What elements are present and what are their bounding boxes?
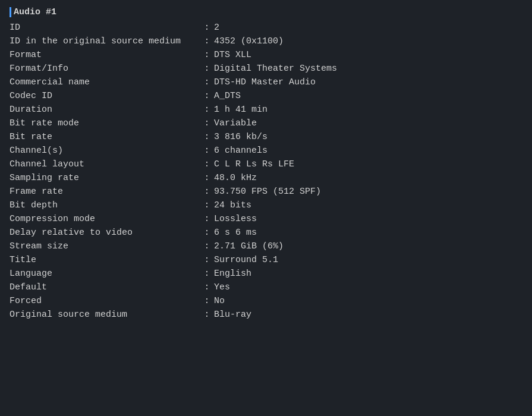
row-key: Original source medium [10,308,200,322]
row-colon: : [200,267,214,281]
table-row: Channel(s):6 channels [10,144,522,157]
row-key: Title [10,253,200,267]
row-value: C L R Ls Rs LFE [214,157,522,171]
audio-section: Audio #1 ID:2ID in the original source m… [10,7,522,322]
row-colon: : [200,130,214,144]
row-key: Duration [10,103,200,116]
row-colon: : [200,21,214,34]
row-value: 48.0 kHz [214,171,522,185]
table-row: Format:DTS XLL [10,48,522,62]
row-value: DTS-HD Master Audio [214,75,522,89]
row-value: Variable [214,116,522,130]
table-row: Codec ID:A_DTS [10,89,522,103]
row-colon: : [200,281,214,294]
row-value: A_DTS [214,89,522,103]
table-row: Stream size:2.71 GiB (6%) [10,239,522,253]
row-key: Forced [10,294,200,308]
row-key: Stream size [10,239,200,253]
row-colon: : [200,226,214,239]
table-row: Frame rate:93.750 FPS (512 SPF) [10,185,522,198]
row-key: Channel(s) [10,144,200,157]
row-key: Commercial name [10,75,200,89]
row-value: No [214,294,522,308]
row-key: Default [10,281,200,294]
section-title: Audio #1 [10,7,522,17]
row-colon: : [200,185,214,198]
table-row: Bit rate mode:Variable [10,116,522,130]
table-row: Title:Surround 5.1 [10,253,522,267]
row-key: Frame rate [10,185,200,198]
row-colon: : [200,253,214,267]
row-colon: : [200,198,214,212]
row-colon: : [200,212,214,226]
row-value: 6 channels [214,144,522,157]
table-row: Duration:1 h 41 min [10,103,522,116]
table-row: Delay relative to video:6 s 6 ms [10,226,522,239]
row-key: Delay relative to video [10,226,200,239]
row-key: Format [10,48,200,62]
row-colon: : [200,89,214,103]
row-colon: : [200,171,214,185]
row-colon: : [200,48,214,62]
table-row: Channel layout:C L R Ls Rs LFE [10,157,522,171]
row-value: Blu-ray [214,308,522,322]
table-row: ID in the original source medium:4352 (0… [10,34,522,48]
row-key: Sampling rate [10,171,200,185]
table-row: Compression mode:Lossless [10,212,522,226]
row-value: 1 h 41 min [214,103,522,116]
table-row: Format/Info:Digital Theater Systems [10,62,522,75]
table-row: ID:2 [10,21,522,34]
table-row: Original source medium:Blu-ray [10,308,522,322]
row-key: Format/Info [10,62,200,75]
row-value: Digital Theater Systems [214,62,522,75]
row-key: ID in the original source medium [10,34,200,48]
row-colon: : [200,157,214,171]
row-key: Bit rate [10,130,200,144]
info-table: ID:2ID in the original source medium:435… [10,21,522,322]
row-value: Lossless [214,212,522,226]
row-colon: : [200,75,214,89]
row-value: 2 [214,21,522,34]
table-row: Commercial name:DTS-HD Master Audio [10,75,522,89]
row-value: 93.750 FPS (512 SPF) [214,185,522,198]
row-key: Codec ID [10,89,200,103]
row-colon: : [200,294,214,308]
row-colon: : [200,116,214,130]
row-key: Bit rate mode [10,116,200,130]
table-row: Language:English [10,267,522,281]
row-value: Surround 5.1 [214,253,522,267]
row-value: 24 bits [214,198,522,212]
row-colon: : [200,34,214,48]
row-key: Bit depth [10,198,200,212]
table-row: Bit rate:3 816 kb/s [10,130,522,144]
table-row: Forced:No [10,294,522,308]
row-value: Yes [214,281,522,294]
row-value: 3 816 kb/s [214,130,522,144]
row-colon: : [200,103,214,116]
row-colon: : [200,239,214,253]
row-key: Compression mode [10,212,200,226]
row-value: 2.71 GiB (6%) [214,239,522,253]
table-row: Bit depth:24 bits [10,198,522,212]
row-value: English [214,267,522,281]
row-value: 4352 (0x1100) [214,34,522,48]
row-colon: : [200,308,214,322]
row-colon: : [200,62,214,75]
row-value: DTS XLL [214,48,522,62]
table-row: Sampling rate:48.0 kHz [10,171,522,185]
table-row: Default:Yes [10,281,522,294]
row-key: Channel layout [10,157,200,171]
row-key: Language [10,267,200,281]
row-colon: : [200,144,214,157]
row-key: ID [10,21,200,34]
row-value: 6 s 6 ms [214,226,522,239]
